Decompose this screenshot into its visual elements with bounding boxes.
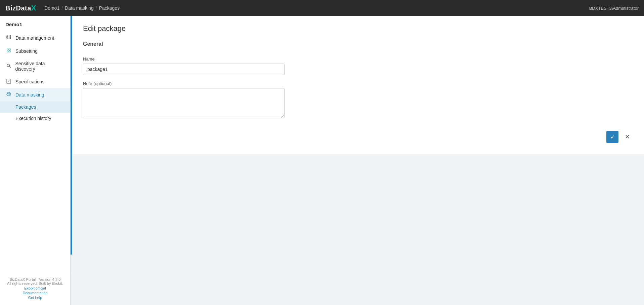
- search-icon: [5, 63, 12, 70]
- sidebar-title: Demo1: [0, 16, 70, 31]
- breadcrumb-packages[interactable]: Packages: [99, 5, 120, 11]
- sidebar-item-data-management[interactable]: Data management: [0, 31, 70, 44]
- sidebar-sub-item-packages[interactable]: Packages: [0, 101, 70, 113]
- content-area: Edit package General Name Note (optional…: [71, 16, 644, 305]
- content-body: Edit package General Name Note (optional…: [72, 16, 644, 255]
- sidebar-footer: BizDataX Portal - Version 4.3.0 All righ…: [0, 272, 70, 305]
- breadcrumb: Demo1 / Data masking / Packages: [44, 5, 120, 11]
- form-group-name: Name: [83, 56, 633, 75]
- sidebar-item-subsetting[interactable]: Subsetting: [0, 44, 70, 58]
- sidebar-label-data-masking: Data masking: [15, 92, 44, 98]
- book-icon: [5, 78, 12, 85]
- sidebar-item-specifications[interactable]: Specifications: [0, 75, 70, 88]
- action-row: ✓ ✕: [83, 125, 633, 143]
- rights-text: All rights reserved. Built by Ekobit.: [5, 281, 65, 285]
- sidebar-label-sensitive-data-discovery: Sensitive data discovery: [15, 61, 65, 72]
- breadcrumb-demo1[interactable]: Demo1: [44, 5, 59, 11]
- sidebar-label-specifications: Specifications: [15, 79, 44, 84]
- svg-point-0: [7, 35, 11, 37]
- field-name-label: Name: [83, 56, 633, 62]
- sidebar: Demo1 Data management Subsetting Sensiti…: [0, 16, 71, 305]
- svg-point-1: [7, 64, 9, 67]
- cancel-button[interactable]: ✕: [621, 131, 633, 143]
- db-icon: [5, 35, 12, 41]
- sidebar-item-data-masking[interactable]: Data masking: [0, 88, 70, 101]
- svg-point-9: [9, 94, 10, 94]
- breadcrumb-sep2: /: [96, 5, 97, 11]
- get-help-link[interactable]: Get help: [5, 296, 65, 300]
- svg-line-2: [9, 66, 10, 68]
- field-name-input[interactable]: [83, 64, 285, 75]
- svg-point-7: [7, 93, 11, 96]
- topnav: BizDataX Demo1 / Data masking / Packages…: [0, 0, 644, 16]
- user-info: BDXTEST3\Administrator: [589, 6, 639, 11]
- page-title: Edit package: [83, 24, 633, 33]
- breadcrumb-sep1: /: [61, 5, 63, 11]
- confirm-button[interactable]: ✓: [606, 131, 618, 143]
- sidebar-label-data-management: Data management: [15, 35, 54, 41]
- ekobit-official-link[interactable]: Ekobit official: [5, 286, 65, 290]
- sidebar-item-sensitive-data-discovery[interactable]: Sensitive data discovery: [0, 58, 70, 75]
- documentation-link[interactable]: Documentation: [5, 291, 65, 295]
- content-wrapper: Edit package General Name Note (optional…: [71, 16, 644, 255]
- sidebar-sub-item-execution-history[interactable]: Execution history: [0, 113, 70, 124]
- gray-area: [72, 154, 644, 255]
- field-note-textarea[interactable]: [83, 88, 285, 118]
- svg-rect-3: [7, 79, 11, 83]
- sidebar-label-subsetting: Subsetting: [15, 48, 38, 54]
- section-general: General: [83, 41, 633, 50]
- logo-text: BizDataX: [5, 4, 36, 12]
- mask-icon: [5, 91, 12, 98]
- field-note-label: Note (optional): [83, 81, 633, 86]
- form-group-note: Note (optional): [83, 81, 633, 119]
- content-inner: Edit package General Name Note (optional…: [72, 16, 644, 154]
- logo: BizDataX: [5, 4, 36, 12]
- puzzle-icon: [5, 48, 12, 54]
- svg-point-8: [8, 94, 8, 94]
- version-text: BizDataX Portal - Version 4.3.0: [5, 277, 65, 281]
- breadcrumb-data-masking[interactable]: Data masking: [65, 5, 94, 11]
